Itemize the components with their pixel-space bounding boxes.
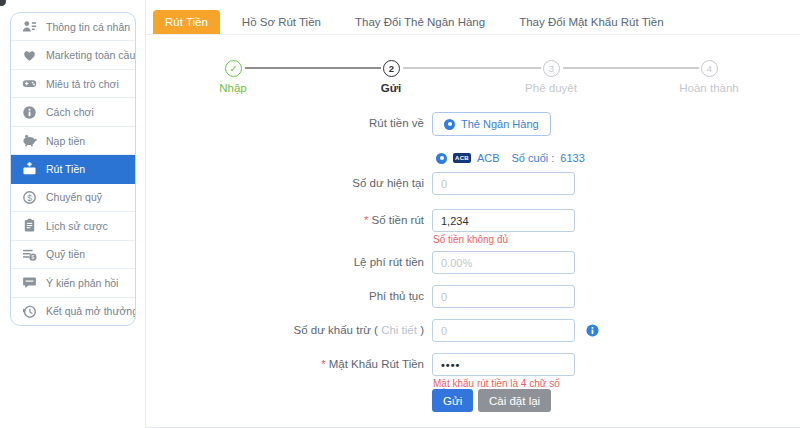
handling-fee-label: Phí thủ tục	[146, 290, 424, 302]
sidebar-item-personal-info[interactable]: Thông tin cá nhân	[11, 13, 135, 41]
main-panel: Rút Tiền Hồ Sơ Rút Tiền Thay Đổi Thẻ Ngâ…	[145, 0, 800, 428]
withdraw-amount-label: *Số tiền rút	[146, 214, 424, 226]
deducted-balance-label: Số dư khấu trừ ( Chi tiết )	[146, 324, 424, 336]
deducted-balance-row: Số dư khấu trừ ( Chi tiết )	[146, 319, 800, 343]
amount-error-text: Số tiền không đủ	[433, 234, 508, 245]
sidebar-item-label: Rút Tiền	[46, 163, 85, 175]
sidebar-item-label: Marketing toàn cầu	[46, 49, 135, 61]
bank-name: ACB	[477, 152, 500, 164]
withdraw-fee-row: Lệ phí rút tiền	[146, 251, 800, 275]
sidebar-item-label: Lịch sử cược	[46, 220, 108, 232]
form-actions-row: Gửi Cài đặt lại	[146, 389, 800, 413]
bank-card-option-label: Thẻ Ngân Hàng	[461, 118, 539, 130]
tab-change-bank-card[interactable]: Thay Đổi Thẻ Ngân Hàng	[343, 10, 497, 34]
svg-text:$: $	[27, 193, 32, 203]
sidebar-item-label: Chuyển quỹ	[46, 191, 102, 203]
acb-bank-logo: ACB	[453, 153, 471, 163]
sidebar-item-game-description[interactable]: Miêu tả trò chơi	[11, 70, 135, 98]
radio-selected-icon	[444, 119, 455, 130]
withdraw-fee-label: Lệ phí rút tiền	[146, 256, 424, 268]
step-circle-pending: 3	[543, 60, 560, 77]
chat-bubble-icon	[22, 275, 37, 290]
sidebar-menu: Thông tin cá nhân Marketing toàn cầu Miê…	[10, 12, 136, 326]
step-label-input: Nhập	[173, 82, 293, 94]
submit-button[interactable]: Gửi	[432, 389, 473, 412]
reset-button[interactable]: Cài đặt lại	[478, 389, 551, 412]
sidebar-item-label: Kết quả mở thưởng	[46, 305, 136, 317]
sidebar-item-label: Ý kiến phản hồi	[46, 277, 118, 289]
info-icon[interactable]	[586, 324, 599, 337]
withdraw-password-label: *Mật Khẩu Rút Tiền	[146, 358, 424, 370]
withdraw-password-input[interactable]	[432, 353, 575, 376]
funds-list-icon: $	[22, 247, 37, 262]
withdraw-amount-row: *Số tiền rút Số tiền không đủ	[146, 209, 800, 233]
tab-withdraw[interactable]: Rút Tiền	[153, 10, 220, 34]
bank-account-radio-row[interactable]: ACB ACB Số cuối : 6133	[436, 146, 585, 170]
selected-bank-row: ACB ACB Số cuối : 6133	[146, 146, 800, 170]
step-connector	[403, 67, 541, 69]
deducted-balance-input[interactable]	[432, 319, 575, 342]
corner-artifact	[0, 0, 6, 6]
sidebar-item-label: Nạp tiền	[46, 135, 85, 147]
sidebar-item-global-marketing[interactable]: Marketing toàn cầu	[11, 41, 135, 69]
sidebar-item-how-to-play[interactable]: Cách chơi	[11, 98, 135, 126]
required-marker: *	[321, 358, 325, 370]
sidebar-item-label: Quỹ tiền	[46, 248, 85, 260]
bank-card-option-button[interactable]: Thẻ Ngân Hàng	[432, 112, 551, 136]
sidebar-item-fund-transfer[interactable]: $ Chuyển quỹ	[11, 184, 135, 212]
sidebar-item-money-fund[interactable]: $ Quỹ tiền	[11, 241, 135, 269]
sidebar-item-label: Thông tin cá nhân	[46, 21, 130, 33]
withdraw-fee-input[interactable]	[432, 251, 575, 274]
sidebar-item-lottery-results[interactable]: Kết quả mở thưởng	[11, 298, 135, 325]
sidebar-item-label: Miêu tả trò chơi	[46, 78, 119, 90]
heart-icon	[22, 48, 37, 63]
step-circle-pending: 4	[701, 60, 718, 77]
handling-fee-input[interactable]	[432, 285, 575, 308]
withdraw-box-icon	[22, 161, 37, 176]
required-marker: *	[364, 214, 368, 226]
details-link[interactable]: Chi tiết	[381, 324, 417, 336]
current-balance-label: Số dư hiện tại	[146, 177, 424, 189]
sidebar-item-feedback[interactable]: Ý kiến phản hồi	[11, 269, 135, 297]
info-circle-icon	[22, 105, 37, 120]
step-label-send: Gửi	[331, 82, 451, 94]
last-digits-label: Số cuối :	[512, 152, 555, 164]
handling-fee-row: Phí thủ tục	[146, 285, 800, 309]
step-label-approve: Phê duyệt	[491, 82, 611, 94]
sidebar-item-deposit[interactable]: Nạp tiền	[11, 127, 135, 155]
withdraw-to-label: Rút tiền về	[146, 117, 424, 129]
step-circle-current: 2	[383, 60, 400, 77]
svg-text:$: $	[31, 254, 34, 260]
tab-withdraw-records[interactable]: Hồ Sơ Rút Tiền	[230, 10, 333, 34]
current-balance-row: Số dư hiện tại	[146, 172, 800, 196]
piggy-bank-icon	[22, 133, 37, 148]
history-clock-icon	[22, 304, 37, 319]
radio-selected-icon	[436, 153, 447, 164]
sidebar-item-withdraw[interactable]: Rút Tiền	[11, 155, 135, 183]
dollar-circle-icon: $	[22, 190, 37, 205]
step-label-complete: Hoàn thành	[649, 82, 769, 94]
password-hint-text: Mật khẩu rút tiền là 4 chữ số	[433, 378, 560, 389]
sidebar-item-bet-history[interactable]: Lịch sử cược	[11, 212, 135, 240]
step-circle-done-icon: ✓	[225, 60, 242, 77]
gamepad-icon	[22, 76, 37, 91]
last-digits-value: 6133	[560, 152, 584, 164]
withdraw-password-row: *Mật Khẩu Rút Tiền Mật khẩu rút tiền là …	[146, 353, 800, 377]
clipboard-icon	[22, 218, 37, 233]
withdraw-to-row: Rút tiền về Thẻ Ngân Hàng	[146, 112, 800, 136]
step-connector	[245, 67, 381, 69]
step-connector	[563, 67, 699, 69]
tab-bar: Rút Tiền Hồ Sơ Rút Tiền Thay Đổi Thẻ Ngâ…	[146, 0, 800, 35]
withdraw-amount-input[interactable]	[432, 209, 575, 232]
user-card-icon	[22, 19, 37, 34]
tab-change-withdraw-password[interactable]: Thay Đổi Mật Khẩu Rút Tiền	[507, 10, 675, 34]
current-balance-input[interactable]	[432, 172, 575, 195]
sidebar-item-label: Cách chơi	[46, 106, 94, 118]
